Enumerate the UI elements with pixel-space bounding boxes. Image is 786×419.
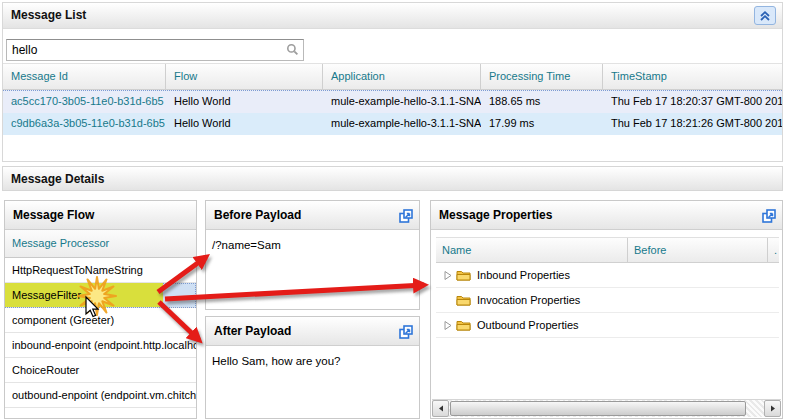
expand-triangle-icon[interactable] bbox=[440, 321, 456, 330]
tree-row-inbound-properties[interactable]: Inbound Properties bbox=[436, 263, 779, 288]
message-flow-header: Message Flow bbox=[5, 201, 196, 230]
message-flow-panel: Message Flow Message Processor HttpReque… bbox=[4, 200, 197, 419]
message-row-2[interactable]: c9db6a3a-3b05-11e0-b31d-6b5 Hello World … bbox=[3, 113, 782, 135]
cell-timestamp: Thu Feb 17 18:20:37 GMT-800 2011 bbox=[603, 91, 782, 113]
tree-row-outbound-properties[interactable]: Outbound Properties bbox=[436, 313, 779, 338]
column-header-after-clipped[interactable]: . bbox=[768, 238, 779, 262]
scrollbar-track[interactable] bbox=[449, 400, 764, 417]
tree-row-label: Inbound Properties bbox=[477, 269, 570, 281]
flow-item-messagefilter-selected[interactable]: MessageFilter bbox=[5, 283, 196, 308]
cell-processing-time: 188.65 ms bbox=[481, 91, 603, 113]
flow-item-choicerouter[interactable]: ChoiceRouter bbox=[5, 358, 196, 383]
cell-application: mule-example-hello-3.1.1-SNAP: bbox=[323, 91, 481, 113]
popout-icon bbox=[762, 209, 777, 223]
message-properties-header: Message Properties bbox=[431, 201, 782, 230]
after-payload-popout-button[interactable] bbox=[399, 324, 414, 339]
after-payload-header: After Payload bbox=[206, 317, 419, 346]
scroll-right-button[interactable] bbox=[764, 400, 781, 417]
cell-flow: Hello World bbox=[166, 91, 323, 113]
popout-icon bbox=[399, 209, 414, 223]
tree-row-label: Outbound Properties bbox=[477, 319, 579, 331]
tree-row-label: Invocation Properties bbox=[477, 294, 580, 306]
column-header-application[interactable]: Application bbox=[323, 64, 481, 89]
cell-timestamp: Thu Feb 17 18:21:26 GMT-800 2011 bbox=[603, 113, 782, 135]
message-properties-panel: Message Properties Name Before . I bbox=[430, 200, 783, 419]
message-flow-title: Message Flow bbox=[13, 208, 94, 222]
cell-processing-time: 17.99 ms bbox=[481, 113, 603, 135]
folder-icon bbox=[456, 319, 471, 331]
column-header-name[interactable]: Name bbox=[436, 238, 628, 262]
column-header-before[interactable]: Before bbox=[628, 238, 768, 262]
search-input[interactable] bbox=[6, 39, 304, 61]
flow-item-httprequesttonamestring[interactable]: HttpRequestToNameString bbox=[5, 258, 196, 283]
after-payload-panel: After Payload Hello Sam, how are you? bbox=[205, 316, 420, 419]
before-payload-popout-button[interactable] bbox=[399, 208, 414, 223]
message-list-panel: Message List Message Id Flow Application… bbox=[2, 2, 783, 162]
folder-icon bbox=[456, 294, 471, 306]
message-list-header-row: Message Id Flow Application Processing T… bbox=[3, 63, 782, 90]
message-row-1[interactable]: ac5cc170-3b05-11e0-b31d-6b5 Hello World … bbox=[3, 90, 782, 114]
column-header-message-id[interactable]: Message Id bbox=[3, 64, 166, 89]
search-icon bbox=[286, 43, 299, 58]
column-header-timestamp[interactable]: TimeStamp bbox=[603, 64, 782, 89]
cell-message-id[interactable]: ac5cc170-3b05-11e0-b31d-6b5 bbox=[3, 91, 166, 113]
after-payload-title: After Payload bbox=[214, 324, 291, 338]
before-payload-content: /?name=Sam bbox=[206, 230, 419, 260]
folder-icon bbox=[456, 269, 471, 281]
cell-application: mule-example-hello-3.1.1-SNAP: bbox=[323, 113, 481, 135]
tree-row-invocation-properties[interactable]: Invocation Properties bbox=[436, 288, 779, 313]
message-list-title: Message List bbox=[11, 8, 86, 22]
before-payload-title: Before Payload bbox=[214, 208, 301, 222]
mule-message-console: Message List Message Id Flow Application… bbox=[0, 0, 786, 419]
message-properties-title: Message Properties bbox=[439, 208, 552, 222]
horizontal-scrollbar bbox=[432, 399, 781, 417]
column-header-flow[interactable]: Flow bbox=[166, 64, 323, 89]
flow-item-outbound-endpoint[interactable]: outbound-enpoint (endpoint.vm.chitcha bbox=[5, 383, 196, 408]
triangle-left-icon bbox=[438, 405, 444, 412]
triangle-right-icon bbox=[770, 405, 776, 412]
flow-item-label: MessageFilter bbox=[5, 289, 81, 301]
properties-grid: Name Before . Inbound Properties Invocat… bbox=[436, 237, 779, 338]
double-chevron-up-icon bbox=[759, 10, 771, 22]
properties-header-row: Name Before . bbox=[436, 237, 779, 263]
message-list-titlebar: Message List bbox=[3, 3, 782, 29]
after-payload-content: Hello Sam, how are you? bbox=[206, 346, 419, 376]
message-properties-popout-button[interactable] bbox=[762, 208, 777, 223]
expand-triangle-icon[interactable] bbox=[440, 271, 456, 280]
collapse-button[interactable] bbox=[754, 6, 776, 25]
flow-item-inbound-endpoint[interactable]: inbound-enpoint (endpoint.http.localho bbox=[5, 333, 196, 358]
before-payload-header: Before Payload bbox=[206, 201, 419, 230]
column-header-message-processor[interactable]: Message Processor bbox=[5, 230, 196, 258]
before-payload-panel: Before Payload /?name=Sam bbox=[205, 200, 420, 310]
cell-message-id[interactable]: c9db6a3a-3b05-11e0-b31d-6b5 bbox=[3, 113, 166, 135]
scroll-left-button[interactable] bbox=[432, 400, 449, 417]
column-header-processing-time[interactable]: Processing Time bbox=[481, 64, 603, 89]
flow-item-component-greeter[interactable]: component (Greeter) bbox=[5, 308, 196, 333]
popout-icon bbox=[399, 325, 414, 339]
message-details-title: Message Details bbox=[11, 172, 104, 186]
scrollbar-thumb[interactable] bbox=[450, 401, 746, 416]
message-details-titlebar: Message Details bbox=[2, 166, 783, 191]
cell-flow: Hello World bbox=[166, 113, 323, 135]
search-box bbox=[6, 39, 304, 61]
